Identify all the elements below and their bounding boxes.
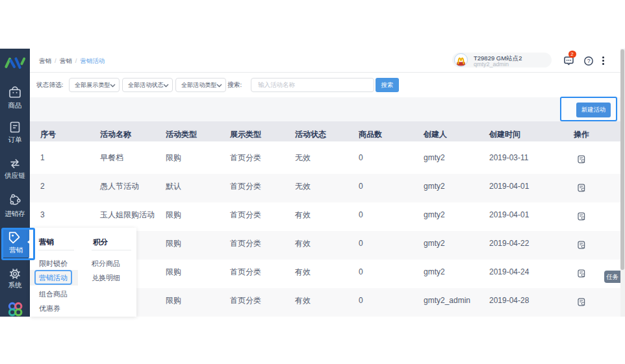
svg-text:?: ? (587, 58, 591, 64)
